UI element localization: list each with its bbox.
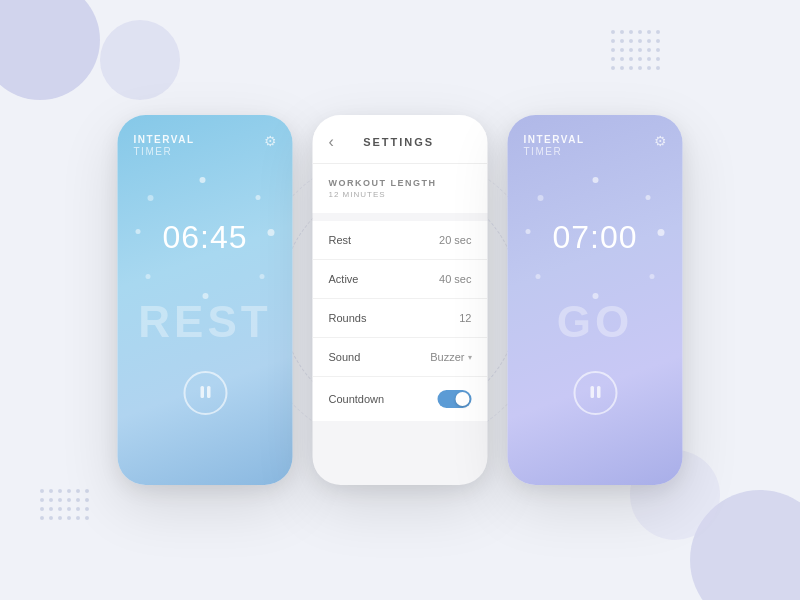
orbit-dot-r1: [592, 177, 598, 183]
svg-rect-0: [200, 386, 204, 398]
settings-title: SETTINGS: [342, 136, 472, 148]
phone-left-header: INTERVAL TIMER ⚙: [118, 115, 293, 157]
settings-list: Rest 20 sec Active 40 sec Rounds 12 Soun…: [313, 221, 488, 421]
phone-right-clock-area: 07:00: [508, 167, 683, 307]
settings-row-countdown[interactable]: Countdown: [313, 377, 488, 421]
orbit-dot-r6: [526, 229, 531, 234]
phone-left: INTERVAL TIMER ⚙ 06:45 REST: [118, 115, 293, 485]
pause-button-right[interactable]: [573, 371, 617, 415]
orbit-dot-1: [199, 177, 205, 183]
sound-value-group: Buzzer ▾: [430, 351, 471, 363]
gear-icon-right[interactable]: ⚙: [654, 133, 667, 149]
dot-grid-bl: [40, 489, 89, 520]
settings-row-rest[interactable]: Rest 20 sec: [313, 221, 488, 260]
bg-decor-circle-tl: [0, 0, 100, 100]
active-value: 40 sec: [439, 273, 471, 285]
active-label: Active: [329, 273, 359, 285]
svg-rect-1: [207, 386, 211, 398]
orbit-dot-2: [256, 195, 261, 200]
back-button[interactable]: ‹: [329, 133, 334, 151]
orbit-dot-r3: [658, 229, 665, 236]
phone-right-time: 07:00: [552, 219, 637, 256]
workout-section: WORKOUT LENGTH 12 MINUTES: [313, 164, 488, 213]
settings-row-rounds[interactable]: Rounds 12: [313, 299, 488, 338]
phone-left-time: 06:45: [162, 219, 247, 256]
phone-right-subtitle: TIMER: [524, 146, 585, 157]
phone-right-header: INTERVAL TIMER ⚙: [508, 115, 683, 157]
orbit-dot-r2: [646, 195, 651, 200]
toggle-thumb: [456, 392, 470, 406]
phone-left-subtitle: TIMER: [134, 146, 195, 157]
workout-value: 12 MINUTES: [329, 190, 472, 199]
sound-value-text: Buzzer: [430, 351, 464, 363]
dropdown-arrow-icon: ▾: [468, 353, 472, 362]
pause-icon-right: [589, 385, 601, 402]
svg-rect-3: [597, 386, 601, 398]
sound-label: Sound: [329, 351, 361, 363]
bg-decor-circle-tr: [100, 20, 180, 100]
orbit-dot-3: [268, 229, 275, 236]
phones-container: INTERVAL TIMER ⚙ 06:45 REST: [118, 115, 683, 485]
settings-row-sound[interactable]: Sound Buzzer ▾: [313, 338, 488, 377]
phone-left-title-group: INTERVAL TIMER: [134, 133, 195, 157]
phone-left-clock-area: 06:45: [118, 167, 293, 307]
svg-rect-2: [590, 386, 594, 398]
phone-right-title: INTERVAL: [524, 133, 585, 146]
gear-icon-left[interactable]: ⚙: [264, 133, 277, 149]
workout-label: WORKOUT LENGTH: [329, 178, 472, 188]
dot-grid-tr: [611, 30, 660, 70]
phone-left-title: INTERVAL: [134, 133, 195, 146]
rounds-value: 12: [459, 312, 471, 324]
countdown-toggle[interactable]: [438, 390, 472, 408]
orbit-dot-r8: [536, 274, 541, 279]
orbit-dot-5: [202, 293, 208, 299]
phone-right: INTERVAL TIMER ⚙ 07:00 GO: [508, 115, 683, 485]
countdown-label: Countdown: [329, 393, 385, 405]
rest-label: Rest: [329, 234, 352, 246]
rounds-label: Rounds: [329, 312, 367, 324]
orbit-dot-r4: [650, 274, 655, 279]
orbit-dot-6: [136, 229, 141, 234]
orbit-dot-8: [146, 274, 151, 279]
orbit-dot-4: [260, 274, 265, 279]
orbit-dot-7: [148, 195, 154, 201]
settings-row-active[interactable]: Active 40 sec: [313, 260, 488, 299]
phone-right-title-group: INTERVAL TIMER: [524, 133, 585, 157]
phone-center: ‹ SETTINGS WORKOUT LENGTH 12 MINUTES Res…: [313, 115, 488, 485]
rest-value: 20 sec: [439, 234, 471, 246]
pause-button-left[interactable]: [183, 371, 227, 415]
orbit-dot-r7: [538, 195, 544, 201]
orbit-dot-r5: [592, 293, 598, 299]
settings-header: ‹ SETTINGS: [313, 115, 488, 164]
pause-icon-left: [199, 385, 211, 402]
